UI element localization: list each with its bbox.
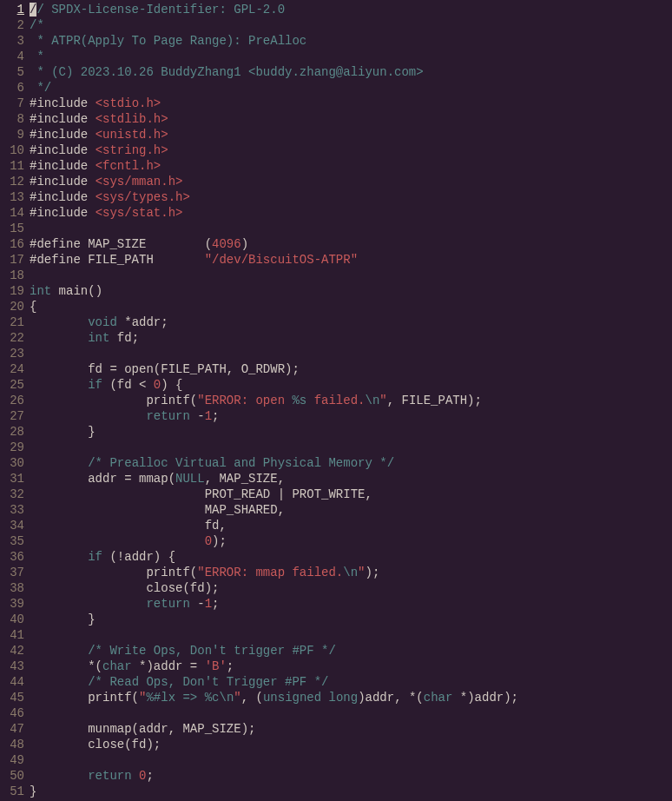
- code-line: printf("ERROR: mmap failed.\n");: [30, 565, 672, 580]
- code-line: *: [30, 49, 672, 64]
- code-line: */: [30, 80, 672, 96]
- code-line: return 0;: [30, 768, 672, 784]
- code-line: // SPDX-License-Identifier: GPL-2.0: [30, 2, 672, 17]
- line-number: 22: [0, 330, 24, 346]
- line-number-gutter: 1234567891011121314151617181920212223242…: [0, 2, 28, 799]
- line-number: 2: [0, 17, 24, 33]
- line-number: 25: [0, 377, 24, 393]
- code-line: int fd;: [30, 330, 672, 346]
- code-line: munmap(addr, MAP_SIZE);: [30, 721, 672, 737]
- line-number: 29: [0, 440, 24, 455]
- line-number: 48: [0, 737, 24, 752]
- line-number: 31: [0, 471, 24, 487]
- code-line: [30, 627, 672, 643]
- code-line: printf("ERROR: open %s failed.\n", FILE_…: [30, 393, 672, 408]
- code-line: #include <unistd.h>: [30, 127, 672, 142]
- line-number: 16: [0, 236, 24, 252]
- code-line: [30, 752, 672, 768]
- line-number: 11: [0, 158, 24, 174]
- line-number: 1: [0, 2, 24, 17]
- line-number: 3: [0, 33, 24, 49]
- line-number: 19: [0, 283, 24, 299]
- line-number: 12: [0, 174, 24, 189]
- line-number: 15: [0, 221, 24, 236]
- line-number: 41: [0, 627, 24, 643]
- line-number: 27: [0, 408, 24, 424]
- code-line: addr = mmap(NULL, MAP_SIZE,: [30, 471, 672, 487]
- code-line: if (!addr) {: [30, 549, 672, 565]
- code-line: close(fd);: [30, 737, 672, 752]
- code-area[interactable]: // SPDX-License-Identifier: GPL-2.0/* * …: [28, 2, 672, 799]
- code-line: #include <string.h>: [30, 142, 672, 158]
- code-line: fd = open(FILE_PATH, O_RDWR);: [30, 361, 672, 377]
- code-line: close(fd);: [30, 580, 672, 596]
- line-number: 36: [0, 549, 24, 565]
- code-line: [30, 705, 672, 721]
- line-number: 18: [0, 268, 24, 283]
- line-number: 17: [0, 252, 24, 268]
- code-line: /* Read Ops, Don't Trigger #PF */: [30, 674, 672, 690]
- line-number: 35: [0, 533, 24, 549]
- line-number: 50: [0, 768, 24, 784]
- line-number: 34: [0, 518, 24, 533]
- line-number: 10: [0, 142, 24, 158]
- code-line: /*: [30, 17, 672, 33]
- code-line: if (fd < 0) {: [30, 377, 672, 393]
- line-number: 33: [0, 502, 24, 518]
- line-number: 4: [0, 49, 24, 64]
- code-line: #include <fcntl.h>: [30, 158, 672, 174]
- line-number: 30: [0, 455, 24, 471]
- line-number: 5: [0, 64, 24, 80]
- code-line: {: [30, 299, 672, 314]
- line-number: 32: [0, 487, 24, 502]
- line-number: 42: [0, 643, 24, 659]
- line-number: 46: [0, 705, 24, 721]
- line-number: 49: [0, 752, 24, 768]
- line-number: 13: [0, 189, 24, 205]
- code-line: }: [30, 424, 672, 440]
- code-line: return -1;: [30, 408, 672, 424]
- code-line: * (C) 2023.10.26 BuddyZhang1 <buddy.zhan…: [30, 64, 672, 80]
- code-line: fd,: [30, 518, 672, 533]
- line-number: 28: [0, 424, 24, 440]
- line-number: 40: [0, 612, 24, 627]
- line-number: 24: [0, 361, 24, 377]
- code-line: * ATPR(Apply To Page Range): PreAlloc: [30, 33, 672, 49]
- line-number: 21: [0, 314, 24, 330]
- code-line: #include <stdio.h>: [30, 96, 672, 111]
- code-line: #define FILE_PATH "/dev/BiscuitOS-ATPR": [30, 252, 672, 268]
- code-line: #include <sys/mman.h>: [30, 174, 672, 189]
- code-editor[interactable]: 1234567891011121314151617181920212223242…: [0, 0, 672, 799]
- code-line: #define MAP_SIZE (4096): [30, 236, 672, 252]
- line-number: 20: [0, 299, 24, 314]
- code-line: #include <stdlib.h>: [30, 111, 672, 127]
- code-line: [30, 268, 672, 283]
- line-number: 45: [0, 690, 24, 705]
- line-number: 44: [0, 674, 24, 690]
- code-line: /* Write Ops, Don't trigger #PF */: [30, 643, 672, 659]
- line-number: 39: [0, 596, 24, 612]
- line-number: 14: [0, 205, 24, 221]
- code-line: 0);: [30, 533, 672, 549]
- code-line: #include <sys/stat.h>: [30, 205, 672, 221]
- line-number: 26: [0, 393, 24, 408]
- code-line: #include <sys/types.h>: [30, 189, 672, 205]
- code-line: [30, 346, 672, 361]
- code-line: MAP_SHARED,: [30, 502, 672, 518]
- line-number: 38: [0, 580, 24, 596]
- line-number: 51: [0, 784, 24, 799]
- code-line: return -1;: [30, 596, 672, 612]
- code-line: [30, 221, 672, 236]
- line-number: 8: [0, 111, 24, 127]
- code-line: }: [30, 784, 672, 799]
- code-line: /* Prealloc Virtual and Physical Memory …: [30, 455, 672, 471]
- code-line: *(char *)addr = 'B';: [30, 659, 672, 674]
- line-number: 7: [0, 96, 24, 111]
- line-number: 47: [0, 721, 24, 737]
- code-line: [30, 440, 672, 455]
- code-line: printf("%#lx => %c\n", (unsigned long)ad…: [30, 690, 672, 705]
- code-line: }: [30, 612, 672, 627]
- line-number: 9: [0, 127, 24, 142]
- line-number: 23: [0, 346, 24, 361]
- code-line: PROT_READ | PROT_WRITE,: [30, 487, 672, 502]
